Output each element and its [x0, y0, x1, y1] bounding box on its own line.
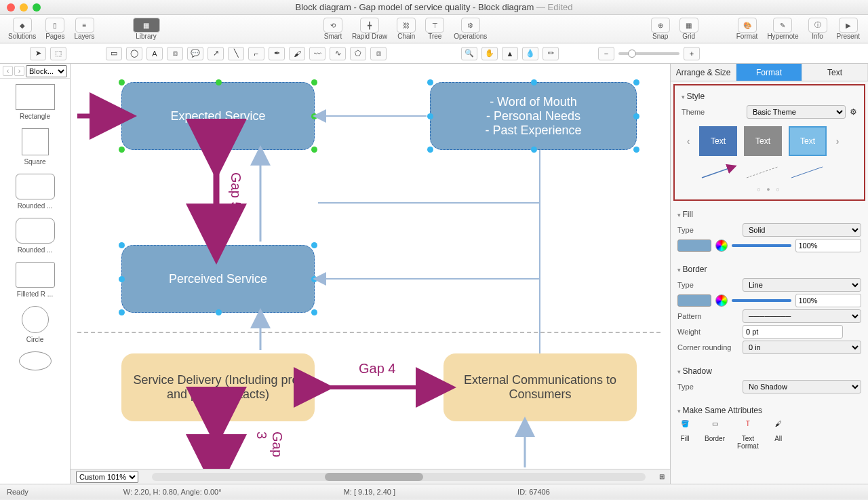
border-pattern-select[interactable]: ──────── [743, 309, 861, 323]
shape-circle[interactable]: Circle [0, 306, 70, 343]
main-toolbar: ◆Solutions ▯Pages ≡Layers ▦Library ⟲Smar… [0, 15, 868, 43]
style-tile-1[interactable]: Text [699, 126, 737, 156]
gap4-label: Gap 4 [359, 361, 395, 377]
shadow-type-select[interactable]: No Shadow [743, 380, 861, 393]
fill-opacity-input[interactable] [795, 239, 862, 252]
nav-back[interactable]: ‹ [3, 66, 13, 76]
border-color-picker[interactable] [715, 294, 728, 307]
shape-square[interactable]: Square [0, 128, 70, 166]
border-type-select[interactable]: Line [743, 278, 861, 292]
rect-tool[interactable]: ▭ [106, 47, 122, 60]
style-prev[interactable]: ‹ [684, 136, 692, 147]
theme-select[interactable]: Basic Theme [747, 105, 846, 119]
zoom-in[interactable]: + [684, 47, 700, 60]
present-button[interactable]: ▶Present [834, 18, 863, 40]
polygon-tool[interactable]: ⬠ [350, 47, 366, 60]
chain-button[interactable]: ⛓Chain [394, 18, 418, 40]
shape-library-panel: ‹ › Block... Rectangle Square Rounded ..… [0, 64, 71, 484]
eraser-tool[interactable]: ✏ [542, 47, 559, 60]
page-dots[interactable]: ○ ● ○ [682, 183, 857, 195]
brush-tool[interactable]: 🖌 [289, 47, 305, 60]
line-tool[interactable]: ╲ [228, 47, 244, 60]
same-border[interactable]: ▭Border [705, 420, 725, 450]
ellipse-tool[interactable]: ◯ [126, 47, 142, 60]
layers-button[interactable]: ≡Layers [72, 18, 98, 40]
shape-rounded-1[interactable]: Rounded ... [0, 174, 70, 210]
same-header[interactable]: Make Same Attributes [677, 404, 861, 417]
fill-type-select[interactable]: Solid [743, 223, 861, 237]
corner-rounding-select[interactable]: 0 in [743, 341, 861, 354]
fill-opacity-slider[interactable] [732, 244, 791, 247]
canvas[interactable]: Expected Service - Word of Mouth - Perso… [71, 64, 670, 484]
callout-tool[interactable]: 💬 [187, 47, 203, 60]
style-tile-2[interactable]: Text [744, 126, 782, 156]
hscrollbar[interactable] [152, 473, 646, 481]
text-select-tool[interactable]: ⬚ [50, 47, 66, 60]
style-tile-3[interactable]: Text [789, 126, 827, 156]
grid-button[interactable]: ▦Grid [677, 18, 701, 40]
pages-button[interactable]: ▯Pages [43, 18, 67, 40]
hand-tool[interactable]: ✋ [481, 47, 498, 60]
nav-fwd[interactable]: › [14, 66, 24, 76]
fill-section: Fill TypeSolid [671, 204, 868, 258]
border-opacity-slider[interactable] [732, 299, 791, 302]
curve-tool[interactable]: 〰 [309, 47, 326, 60]
rapid-draw-button[interactable]: ╋Rapid Draw [349, 18, 390, 40]
shadow-section: Shadow TypeNo Shadow [671, 360, 868, 400]
library-button[interactable]: ▦Library [130, 18, 163, 40]
status-id: ID: 67406 [517, 488, 550, 496]
fill-header[interactable]: Fill [677, 208, 861, 221]
hypernote-button[interactable]: ✎Hypernote [764, 18, 801, 40]
shape-filleted[interactable]: Filleted R ... [0, 262, 70, 298]
connector-tool[interactable]: ⌐ [248, 47, 264, 60]
titlebar: Block diagram - Gap model of service qua… [0, 0, 868, 15]
library-select[interactable]: Block... [26, 65, 67, 77]
stamp-tool[interactable]: ▲ [502, 47, 518, 60]
status-ready: Ready [7, 488, 28, 496]
fill-color-picker[interactable] [715, 239, 728, 252]
shadow-header[interactable]: Shadow [677, 364, 861, 378]
crop-tool[interactable]: ⧈ [370, 47, 387, 60]
border-color-swatch[interactable] [677, 294, 711, 307]
smart-button[interactable]: ⟲Smart [321, 18, 345, 40]
eyedropper-tool[interactable]: 💧 [522, 47, 538, 60]
style-header[interactable]: Style [682, 90, 857, 103]
zoom-select[interactable]: Custom 101% [76, 471, 138, 483]
window-title: Block diagram - Gap model of service qua… [0, 2, 868, 12]
solutions-button[interactable]: ◆Solutions [5, 18, 39, 40]
arrow-tool[interactable]: ↗ [208, 47, 224, 60]
border-header[interactable]: Border [677, 263, 861, 276]
fill-color-swatch[interactable] [677, 239, 711, 252]
shape-rounded-2[interactable]: Rounded ... [0, 218, 70, 254]
same-all[interactable]: 🖌All [771, 420, 786, 450]
text-tool[interactable]: A [146, 47, 163, 60]
format-button[interactable]: 🎨Format [734, 18, 761, 40]
same-fill[interactable]: 🪣Fill [677, 420, 692, 450]
snap-button[interactable]: ⊕Snap [648, 18, 673, 40]
status-dimensions: W: 2.20, H: 0.80, Angle: 0.00° [123, 488, 222, 496]
gap5-label: Gap 5 [228, 172, 243, 209]
shape-list: Rectangle Square Rounded ... Rounded ...… [0, 79, 70, 484]
shape-ellipse[interactable] [0, 351, 70, 370]
inspector-panel: Arrange & Size Format Text Style ThemeBa… [670, 64, 868, 484]
style-next[interactable]: › [833, 136, 842, 147]
gear-icon[interactable]: ⚙ [850, 107, 857, 117]
tab-text[interactable]: Text [802, 64, 868, 81]
border-opacity-input[interactable] [795, 294, 862, 307]
svg-line-9 [747, 167, 778, 178]
operations-button[interactable]: ⚙Operations [451, 18, 490, 40]
same-text[interactable]: TText Format [737, 420, 759, 450]
tab-arrange[interactable]: Arrange & Size [671, 64, 736, 81]
textbox-tool[interactable]: ⧈ [167, 47, 183, 60]
shape-rectangle[interactable]: Rectangle [0, 84, 70, 120]
tree-button[interactable]: ⊤Tree [422, 18, 447, 40]
spline-tool[interactable]: ∿ [330, 47, 346, 60]
border-weight-input[interactable] [743, 325, 843, 339]
svg-line-10 [791, 167, 823, 178]
pointer-tool[interactable]: ➤ [30, 47, 46, 60]
zoom-out[interactable]: − [598, 47, 614, 60]
info-button[interactable]: ⓘInfo [806, 18, 830, 40]
pen-tool[interactable]: ✒ [269, 47, 285, 60]
tab-format[interactable]: Format [736, 64, 802, 81]
zoom-tool[interactable]: 🔍 [461, 47, 477, 60]
